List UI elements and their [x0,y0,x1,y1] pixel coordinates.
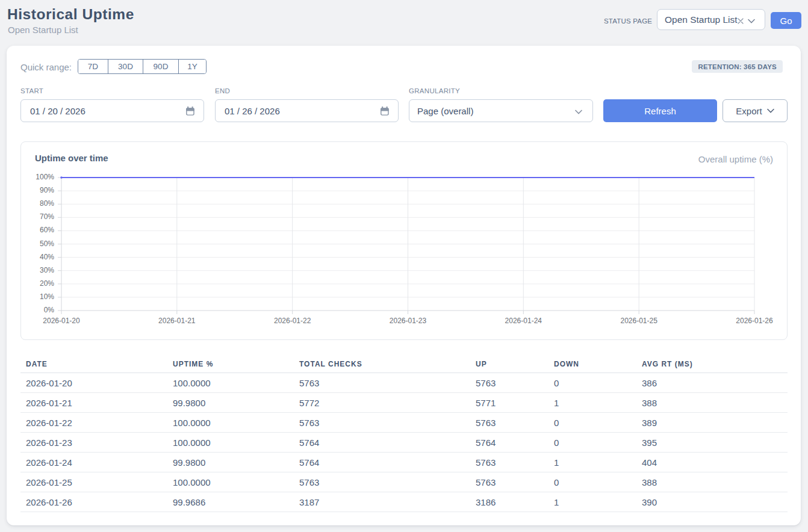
svg-text:10%: 10% [40,292,54,301]
svg-text:2026-01-25: 2026-01-25 [621,317,658,325]
svg-text:2026-01-26: 2026-01-26 [736,317,773,325]
svg-text:2026-01-24: 2026-01-24 [505,317,542,325]
svg-text:60%: 60% [40,226,54,234]
svg-text:20%: 20% [40,279,54,288]
svg-text:0%: 0% [44,306,55,314]
svg-text:2026-01-23: 2026-01-23 [390,317,427,325]
svg-text:50%: 50% [40,240,54,248]
svg-text:100%: 100% [36,173,54,181]
svg-text:40%: 40% [40,253,54,261]
svg-text:2026-01-21: 2026-01-21 [158,317,196,325]
svg-text:70%: 70% [40,212,54,221]
svg-text:2026-01-20: 2026-01-20 [43,317,80,325]
svg-text:30%: 30% [40,266,54,274]
svg-text:2026-01-22: 2026-01-22 [274,317,311,325]
svg-text:90%: 90% [40,186,54,194]
svg-text:80%: 80% [40,199,54,208]
